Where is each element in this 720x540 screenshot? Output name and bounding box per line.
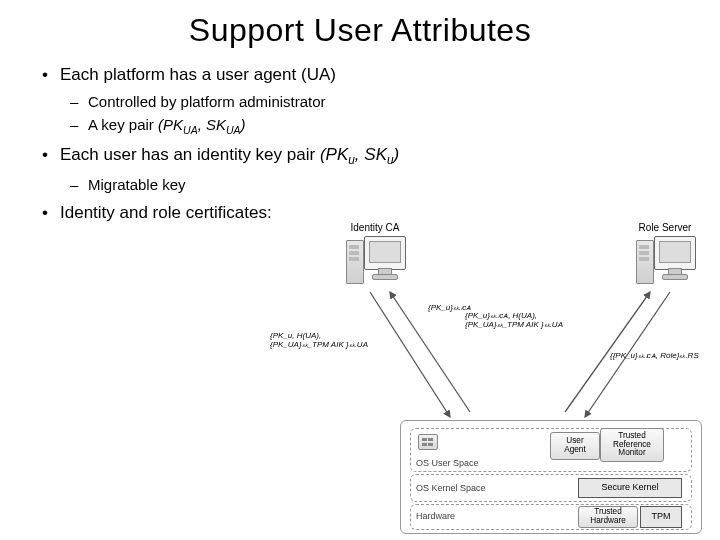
architecture-diagram: Identity CA Role Server {PK_u, H(UA),{PK… [300, 222, 720, 540]
bullet-2-sub-1: Migratable key [60, 174, 684, 195]
bullet-1: Each platform has a user agent (UA) Cont… [36, 63, 684, 137]
os-window-icon [418, 434, 438, 450]
role-server-icon [636, 236, 696, 286]
b1s2-sk-sub: UA [226, 124, 241, 136]
secure-kernel-box: Secure Kernel [578, 478, 682, 498]
b2-prefix: Each user has an identity key pair [60, 145, 320, 164]
identity-ca-label: Identity CA [340, 222, 410, 233]
bullet-1-sub-1: Controlled by platform administrator [60, 91, 684, 112]
bullet-1-text: Each platform has a user agent (UA) [60, 65, 336, 84]
bullet-1-sub-2: A key pair (PKUA, SKUA) [60, 114, 684, 138]
b2-pk: (PK [320, 145, 348, 164]
trusted-hardware-box: TrustedHardware [578, 506, 638, 528]
identity-ca-icon [346, 236, 406, 286]
user-agent-box: UserAgent [550, 432, 600, 460]
slide-title: Support User Attributes [36, 12, 684, 49]
hardware-label: Hardware [416, 511, 455, 521]
b1s2-pk: (PK [158, 116, 183, 133]
trusted-reference-monitor-box: TrustedReferenceMonitor [600, 428, 664, 462]
tpm-box: TPM [640, 506, 682, 528]
annotation-request-left: {PK_u, H(UA),{PK_UA}ₛₖ_TPM AIK }ₛₖ.UA [270, 332, 368, 350]
bullet-3: Identity and role certificates: [36, 201, 684, 225]
b1s2-end: ) [241, 116, 246, 133]
b2-sk-sub: u [387, 154, 394, 168]
b1s2-mid: , SK [198, 116, 226, 133]
b1s2-pk-sub: UA [183, 124, 198, 136]
b2-mid: , SK [355, 145, 387, 164]
annotation-request-right: {PK_u}ₛₖ.ᵢcᴀ, H(UA),{PK_UA}ₛₖ_TPM AIK }ₛ… [465, 312, 563, 330]
role-server-label: Role Server [630, 222, 700, 233]
b1s2-prefix: A key pair [88, 116, 158, 133]
os-user-space-label: OS User Space [416, 458, 479, 468]
bullet-list: Each platform has a user agent (UA) Cont… [36, 63, 684, 224]
bullet-2: Each user has an identity key pair (PKu,… [36, 143, 684, 194]
b2-pk-sub: u [348, 154, 355, 168]
annotation-cert-right: {{PK_u}ₛₖ.ᵢcᴀ, Role}ₛₖ.RS [610, 352, 699, 361]
os-kernel-space-label: OS Kernel Space [416, 483, 486, 493]
b2-end: ) [394, 145, 400, 164]
